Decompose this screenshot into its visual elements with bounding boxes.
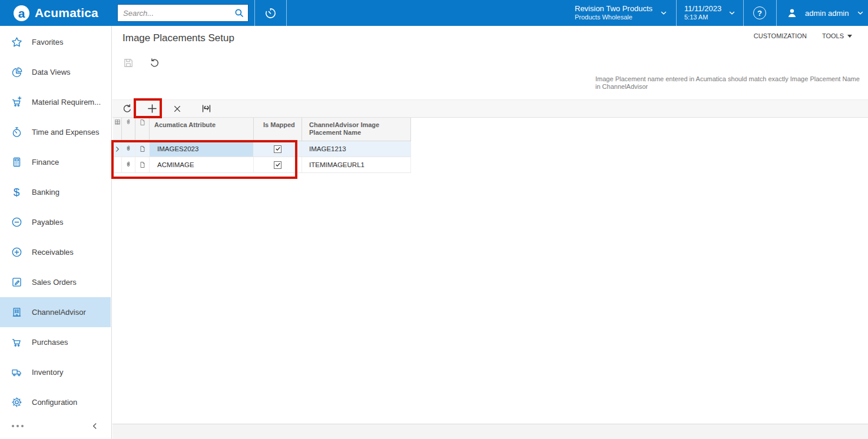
grid-row-acmimage[interactable]: ACMIMAGE ITEMIMAGEURL1 bbox=[113, 157, 411, 173]
row-selector-icon bbox=[113, 141, 122, 157]
sidebar-item-sales-orders[interactable]: Sales Orders bbox=[0, 267, 111, 297]
attachments-column-icon bbox=[122, 118, 135, 141]
plus-circle-icon bbox=[10, 246, 23, 259]
sidebar-item-label: Data Views bbox=[32, 68, 71, 77]
company-branch: Products Wholesale bbox=[575, 14, 652, 21]
sidebar: Favorites Data Views Material Requirem..… bbox=[0, 26, 112, 439]
attachment-icon[interactable] bbox=[122, 157, 135, 172]
tools-label: TOOLS bbox=[822, 32, 844, 39]
user-name: admin admin bbox=[805, 9, 849, 18]
customization-menu[interactable]: CUSTOMIZATION bbox=[754, 32, 807, 39]
delete-row-button[interactable] bbox=[170, 101, 185, 117]
calculator-icon bbox=[10, 156, 23, 169]
brand-name: Acumatica bbox=[35, 6, 98, 20]
cart-plus-icon bbox=[10, 96, 23, 109]
footer-strip bbox=[112, 424, 868, 439]
sidebar-item-favorites[interactable]: Favorites bbox=[0, 27, 111, 57]
sidebar-item-inventory[interactable]: Inventory bbox=[0, 357, 111, 387]
acumatica-attribute-cell[interactable]: IMAGES2023 bbox=[150, 141, 254, 157]
star-icon bbox=[10, 36, 23, 49]
is-mapped-cell[interactable] bbox=[254, 141, 302, 157]
sidebar-item-material-requirements[interactable]: Material Requirem... bbox=[0, 87, 111, 117]
column-header-is-mapped[interactable]: Is Mapped bbox=[254, 118, 302, 141]
note-icon[interactable] bbox=[135, 157, 150, 172]
sidebar-item-label: Payables bbox=[32, 218, 63, 227]
topbar-divider bbox=[286, 0, 287, 26]
add-row-button[interactable] bbox=[144, 101, 160, 117]
is-mapped-checkbox[interactable] bbox=[274, 161, 281, 169]
mapping-grid: Acumatica Attribute Is Mapped ChannelAdv… bbox=[113, 118, 411, 173]
sidebar-item-label: Time and Expenses bbox=[32, 128, 99, 137]
chevron-down-icon bbox=[728, 9, 736, 17]
current-time: 5:13 AM bbox=[684, 14, 721, 21]
global-search[interactable] bbox=[117, 4, 249, 22]
fit-columns-button[interactable] bbox=[198, 101, 214, 117]
column-header-acumatica-attribute[interactable]: Acumatica Attribute bbox=[150, 118, 254, 141]
sidebar-item-channeladvisor[interactable]: ChannelAdvisor bbox=[0, 297, 111, 327]
is-mapped-checkbox[interactable] bbox=[274, 145, 281, 153]
cart-icon bbox=[10, 336, 23, 349]
sidebar-item-banking[interactable]: $ Banking bbox=[0, 177, 111, 207]
pie-chart-icon bbox=[10, 66, 23, 79]
page-note: Image Placement name entered in Acumatic… bbox=[595, 75, 862, 91]
placement-name-cell[interactable]: IMAGE1213 bbox=[302, 141, 411, 157]
sidebar-item-purchases[interactable]: Purchases bbox=[0, 327, 111, 357]
user-menu[interactable]: admin admin bbox=[776, 0, 868, 26]
main-content: Image Placements Setup CUSTOMIZATION TOO… bbox=[112, 26, 868, 439]
sidebar-item-payables[interactable]: Payables bbox=[0, 207, 111, 237]
grid-row-images2023[interactable]: IMAGES2023 IMAGE1213 bbox=[113, 141, 411, 157]
column-header-placement-name[interactable]: ChannelAdvisor Image Placement Name bbox=[302, 118, 411, 141]
truck-icon bbox=[10, 366, 23, 379]
current-date: 11/11/2023 bbox=[684, 5, 721, 14]
sidebar-footer bbox=[0, 413, 111, 439]
sidebar-item-label: Material Requirem... bbox=[32, 98, 101, 107]
acumatica-attribute-cell[interactable]: ACMIMAGE bbox=[150, 157, 254, 172]
attachment-icon[interactable] bbox=[122, 141, 135, 157]
search-input[interactable] bbox=[118, 9, 234, 18]
sidebar-item-label: Banking bbox=[32, 188, 59, 197]
sidebar-item-label: Inventory bbox=[32, 368, 63, 377]
top-bar: a Acumatica Revision Two Products Produc… bbox=[0, 0, 868, 26]
stopwatch-icon bbox=[10, 126, 23, 139]
placement-name-cell[interactable]: ITEMIMAGEURL1 bbox=[302, 157, 411, 172]
business-date-selector[interactable]: 11/11/2023 5:13 AM bbox=[676, 0, 743, 26]
building-icon bbox=[10, 306, 23, 319]
notes-column-icon bbox=[135, 118, 150, 141]
sidebar-item-label: ChannelAdvisor bbox=[32, 308, 86, 317]
is-mapped-cell[interactable] bbox=[254, 157, 302, 172]
undo-button[interactable] bbox=[147, 55, 163, 71]
sidebar-item-finance[interactable]: Finance bbox=[0, 147, 111, 177]
page-title: Image Placements Setup bbox=[122, 32, 234, 44]
help-button[interactable]: ? bbox=[743, 0, 776, 26]
more-items-icon[interactable] bbox=[12, 425, 24, 427]
tools-menu[interactable]: TOOLS bbox=[822, 32, 852, 39]
sidebar-item-receivables[interactable]: Receivables bbox=[0, 237, 111, 267]
sidebar-item-label: Receivables bbox=[32, 248, 74, 257]
company-selector[interactable]: Revision Two Products Products Wholesale bbox=[566, 0, 676, 26]
sidebar-item-data-views[interactable]: Data Views bbox=[0, 57, 111, 87]
row-selector-cell bbox=[113, 157, 122, 172]
sidebar-item-label: Finance bbox=[32, 158, 59, 167]
grid-header-row: Acumatica Attribute Is Mapped ChannelAdv… bbox=[113, 118, 411, 141]
chevron-down-icon bbox=[660, 9, 668, 17]
chevron-down-icon bbox=[856, 9, 864, 17]
grid-toolbar bbox=[112, 99, 868, 118]
sidebar-item-label: Configuration bbox=[32, 398, 77, 407]
company-name: Revision Two Products bbox=[575, 5, 652, 14]
sidebar-item-label: Purchases bbox=[32, 338, 68, 347]
acumatica-logo[interactable]: a Acumatica bbox=[0, 0, 112, 26]
sidebar-item-label: Favorites bbox=[32, 38, 63, 46]
dollar-icon: $ bbox=[10, 186, 23, 199]
row-settings-icon bbox=[113, 118, 122, 141]
collapse-sidebar-icon[interactable] bbox=[91, 422, 99, 430]
search-icon[interactable] bbox=[234, 8, 244, 18]
save-button[interactable] bbox=[121, 55, 136, 71]
clock-icon bbox=[264, 6, 277, 20]
note-icon[interactable] bbox=[135, 141, 150, 157]
refresh-button[interactable] bbox=[119, 101, 134, 117]
chevron-down-icon bbox=[847, 35, 852, 38]
sidebar-item-time-and-expenses[interactable]: Time and Expenses bbox=[0, 117, 111, 147]
business-date-button[interactable] bbox=[254, 0, 286, 26]
pencil-square-icon bbox=[10, 276, 23, 289]
acumatica-logo-icon: a bbox=[14, 5, 29, 21]
